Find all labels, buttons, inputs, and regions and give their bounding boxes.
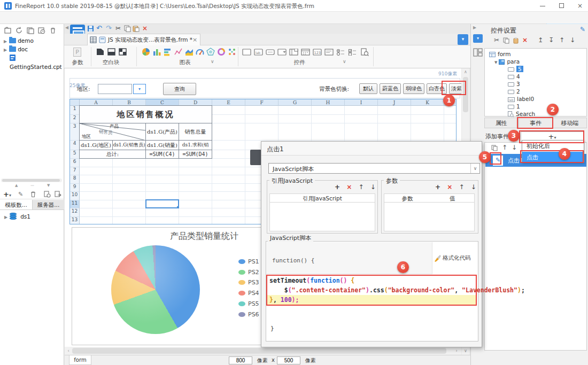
- sh-cell[interactable]: [113, 184, 146, 192]
- menu-item-afterinit[interactable]: 初始化后: [522, 141, 584, 152]
- splitter-down-icon[interactable]: ▼: [47, 183, 50, 188]
- form-width-input[interactable]: [229, 356, 252, 364]
- sh-cell[interactable]: [113, 208, 146, 217]
- sh-colh[interactable]: J: [378, 99, 411, 106]
- query-button[interactable]: 查询: [163, 83, 196, 95]
- radio-widget-icon[interactable]: [336, 49, 345, 56]
- sh-cell[interactable]: [212, 141, 245, 150]
- delete-icon[interactable]: [49, 27, 57, 34]
- sh-rowh[interactable]: 2: [70, 115, 80, 123]
- sh-cell[interactable]: [80, 167, 113, 176]
- scroll-left-icon[interactable]: ‹: [66, 348, 71, 353]
- legend-item[interactable]: PS4: [238, 290, 259, 297]
- move-bottom-icon[interactable]: ↧: [547, 36, 555, 44]
- tree-item-1[interactable]: 1: [485, 103, 586, 110]
- sh-cell[interactable]: [113, 217, 146, 225]
- down-icon[interactable]: ↓: [370, 183, 376, 191]
- sh-cell[interactable]: [179, 208, 212, 217]
- param-table-body[interactable]: [384, 203, 475, 231]
- sh-rowh[interactable]: 6: [70, 159, 80, 167]
- tree-item-search[interactable]: Search: [485, 110, 586, 118]
- sh-cell[interactable]: [378, 115, 411, 123]
- label-widget-icon[interactable]: lab: [254, 49, 263, 56]
- tab-server-datasource[interactable]: 服务器...: [32, 200, 64, 210]
- tree-item-5[interactable]: 5: [485, 65, 586, 73]
- sh-cell[interactable]: [444, 115, 457, 123]
- sh-cell[interactable]: [378, 106, 411, 115]
- sh-cell[interactable]: [80, 217, 113, 225]
- sh-cell[interactable]: [179, 217, 212, 225]
- sh-cell[interactable]: [278, 115, 312, 123]
- sh-cell[interactable]: [179, 200, 212, 209]
- sh-cell[interactable]: [146, 208, 179, 217]
- sh-cell[interactable]: [345, 123, 378, 141]
- code-line[interactable]: }, 100);: [267, 295, 476, 305]
- diagonal-header-cell[interactable]: 产品 销售员 地区: [79, 123, 146, 141]
- sh-cell[interactable]: [179, 184, 212, 192]
- tab-mobile[interactable]: 移动端: [553, 118, 587, 128]
- tab-properties[interactable]: 属性: [484, 118, 519, 128]
- sh-cell[interactable]: [444, 123, 457, 141]
- javascript-editor[interactable]: function() { 格式化代码 setTimeout(function()…: [266, 241, 478, 341]
- cell-c4[interactable]: ds1.G(销量): [145, 140, 179, 150]
- sh-cell[interactable]: [411, 115, 444, 123]
- sh-cell[interactable]: [113, 200, 146, 209]
- sh-cell[interactable]: [212, 167, 245, 176]
- move-down-icon[interactable]: ↓: [568, 36, 577, 44]
- sh-cell[interactable]: [212, 217, 245, 225]
- legend-item[interactable]: PS2: [238, 269, 259, 276]
- pie[interactable]: [111, 245, 200, 334]
- sh-cell[interactable]: [312, 123, 345, 141]
- add-icon[interactable]: +: [435, 183, 440, 191]
- sh-cell[interactable]: [113, 192, 146, 200]
- combo-chart-icon[interactable]: [228, 48, 236, 56]
- sh-cell[interactable]: [212, 175, 245, 184]
- event-type-dropdown[interactable]: JavaScript脚本 ∨: [268, 163, 480, 174]
- maximize-button[interactable]: [553, 0, 571, 12]
- sh-colh[interactable]: E: [212, 99, 245, 106]
- sh-rowh[interactable]: 7: [70, 167, 80, 176]
- sh-cell[interactable]: [345, 115, 378, 123]
- move-up-icon[interactable]: ↑: [558, 36, 566, 44]
- minimize-button[interactable]: [533, 0, 552, 12]
- cell-c5-formula[interactable]: =SUM(C4): [145, 150, 179, 159]
- event-down-icon[interactable]: ↓: [512, 144, 517, 151]
- tab-events[interactable]: 事件: [519, 118, 553, 128]
- sh-cell[interactable]: [80, 184, 113, 192]
- sh-cell[interactable]: [80, 159, 113, 167]
- cell-a5-total[interactable]: 总计:: [79, 150, 146, 159]
- copy-icon[interactable]: [124, 25, 131, 32]
- edit-event-icon[interactable]: ✎: [493, 156, 503, 166]
- sh-cell[interactable]: [80, 175, 113, 184]
- cell-c3[interactable]: ds1.G(产品): [145, 123, 179, 141]
- sh-rowh[interactable]: 10: [70, 192, 80, 200]
- redo-icon[interactable]: ↷: [106, 24, 112, 32]
- scatter-line-icon[interactable]: [174, 48, 183, 56]
- sh-cell[interactable]: [80, 200, 113, 209]
- tree-item-4[interactable]: 4: [485, 73, 586, 80]
- textbox-widget-icon[interactable]: [242, 49, 251, 56]
- vcs-icon[interactable]: [38, 27, 45, 34]
- code-line[interactable]: setTimeout(function() {: [267, 276, 476, 285]
- sh-cell[interactable]: [179, 175, 212, 184]
- blank-block-h-icon[interactable]: [107, 48, 115, 56]
- area-chart-icon[interactable]: [185, 48, 194, 56]
- remove-icon[interactable]: ×: [346, 183, 352, 191]
- preview-datasource-icon[interactable]: [44, 191, 51, 198]
- scroll-right-icon[interactable]: ›: [454, 348, 459, 353]
- sh-cell[interactable]: [113, 175, 146, 184]
- bg-button-default[interactable]: 默认: [359, 83, 377, 94]
- sidebar-item-gettingstarted[interactable]: GettingStarted.cpt: [0, 53, 63, 62]
- sh-colh[interactable]: H: [312, 99, 345, 106]
- edit-datasource-icon[interactable]: ✎: [18, 191, 23, 198]
- add-icon[interactable]: +: [335, 183, 340, 191]
- blank-block-grid-icon[interactable]: [119, 48, 127, 56]
- sh-cell[interactable]: [444, 106, 457, 115]
- button-widget-icon[interactable]: [266, 49, 275, 56]
- sh-cell[interactable]: [245, 106, 278, 115]
- sh-cell[interactable]: [146, 159, 179, 167]
- gauge-chart-icon[interactable]: [196, 48, 204, 56]
- bg-button-lavenderblush[interactable]: 淡紫红: [449, 83, 461, 94]
- legend-item[interactable]: PS3: [238, 279, 259, 286]
- region-input[interactable]: [98, 84, 132, 94]
